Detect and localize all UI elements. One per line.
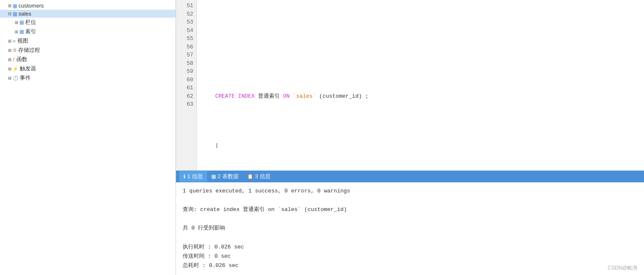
view-icon: ∞ [13, 38, 16, 43]
result-line-2 [183, 196, 637, 205]
expander-triggers[interactable]: ⊞ [7, 67, 13, 71]
line-num: 55 [179, 35, 193, 43]
result-line-5: 共 0 行受到影响 [183, 224, 637, 233]
sidebar-label-events: 事件 [20, 74, 31, 82]
sidebar-label-sales: sales [19, 11, 31, 17]
line-num: 60 [179, 76, 193, 84]
expander-functions[interactable]: ⊞ [7, 57, 13, 62]
expander-views[interactable]: ⊞ [7, 39, 13, 43]
line-num: 54 [179, 27, 193, 35]
line-num: 53 [179, 18, 193, 27]
expander-events[interactable]: ⊞ [7, 76, 13, 80]
table-icon-sales: ▦ [13, 11, 17, 17]
sidebar-item-sales-indexes[interactable]: ⊞ ▦ 索引 [0, 27, 176, 36]
line-num: 63 [179, 100, 193, 109]
code-line-54 [202, 59, 639, 68]
table-icon-indexes: ▦ [19, 29, 24, 35]
sidebar-item-functions[interactable]: ⊞ ƒ 函数 [0, 55, 176, 64]
tab-info2[interactable]: 📋 3 信息 [243, 171, 275, 182]
result-panel: 1 queries executed, 1 success, 0 errors,… [176, 182, 644, 275]
info-icon: ℹ [184, 174, 186, 179]
code-line-51 [202, 10, 639, 19]
result-tabs: ℹ 1 信息 ▦ 2 表数据 📋 3 信息 [176, 171, 644, 182]
code-line-60 [202, 158, 639, 166]
line-num: 52 [179, 10, 193, 19]
watermark: CSDN@帆渆 [608, 264, 637, 272]
code-line-56: CREATE INDEX 普通索引 ON `sales` (customer_i… [202, 92, 639, 101]
sidebar-label-fields: 栏位 [25, 19, 36, 26]
expander-indexes[interactable]: ⊞ [13, 29, 19, 34]
line-num: 62 [179, 92, 193, 101]
main-area: 51 52 53 54 55 56 57 58 59 60 61 62 63 C… [176, 0, 644, 275]
sidebar-item-sales[interactable]: ⊟ ▦ sales [0, 10, 176, 18]
line-num: 59 [179, 67, 193, 76]
expander-sales[interactable]: ⊟ [7, 11, 13, 16]
sidebar-item-triggers[interactable]: ⊞ ⚡ 触发器 [0, 64, 176, 73]
sidebar-label-indexes: 索引 [25, 28, 36, 35]
sidebar-item-events[interactable]: ⊞ 🕐 事件 [0, 73, 176, 83]
column-list: (customer_id) ; [319, 93, 368, 99]
code-line-53 [202, 43, 639, 51]
table-icon: ▦ [13, 3, 17, 9]
tab-info2-label: 3 信息 [255, 173, 271, 180]
expander-customers[interactable]: ⊞ [7, 3, 13, 8]
result-line-1: 1 queries executed, 1 success, 0 errors,… [183, 187, 637, 196]
result-line-6 [183, 233, 637, 242]
sidebar: ⊞ ▦ customers ⊟ ▦ sales ⊞ ▦ 栏位 ⊞ ▦ 索引 ⊞ … [0, 0, 176, 275]
func-icon: ƒ [13, 57, 15, 62]
sidebar-label-customers: customers [19, 3, 44, 9]
code-line-59: | [202, 142, 639, 150]
result-line-9: 总耗时 : 0.026 sec [183, 261, 637, 270]
result-line-4 [183, 214, 637, 224]
expander-fields[interactable]: ⊞ [13, 20, 19, 25]
line-num: 56 [179, 43, 193, 51]
cursor: | [215, 142, 218, 149]
result-line-3: 查询: create index 普通索引 on `sales` (custom… [183, 205, 637, 214]
trigger-icon: ⚡ [13, 66, 19, 72]
keyword-create: CREATE [215, 93, 235, 99]
code-line-55 [202, 76, 639, 84]
code-line-58 [202, 125, 639, 133]
sidebar-label-triggers: 触发器 [20, 65, 36, 72]
info2-icon: 📋 [247, 174, 253, 179]
code-line-57 [202, 109, 639, 117]
tab-info-label: 1 信息 [187, 173, 203, 180]
event-icon: 🕐 [13, 75, 19, 81]
sidebar-item-views[interactable]: ⊞ ∞ 视图 [0, 36, 176, 45]
gear-icon: ⚙ [13, 48, 17, 53]
tab-tabledata[interactable]: ▦ 2 表数据 [207, 171, 243, 182]
tab-info[interactable]: ℹ 1 信息 [179, 171, 207, 182]
code-editor[interactable]: 51 52 53 54 55 56 57 58 59 60 61 62 63 C… [176, 0, 644, 171]
line-num: 57 [179, 51, 193, 59]
keyword-on: ON [283, 93, 290, 99]
index-name: 普通索引 [258, 93, 280, 99]
tabledata-icon: ▦ [211, 174, 216, 179]
sidebar-label-views: 视图 [17, 37, 28, 45]
line-num: 51 [179, 2, 193, 10]
result-line-7: 执行耗时 : 0.026 sec [183, 243, 637, 252]
sidebar-item-customers[interactable]: ⊞ ▦ customers [0, 2, 176, 10]
table-icon-fields: ▦ [19, 19, 24, 25]
expander-procedures[interactable]: ⊞ [7, 48, 13, 53]
table-name: `sales` [293, 93, 316, 99]
code-line-52 [202, 27, 639, 35]
keyword-index: INDEX [238, 93, 255, 99]
tab-tabledata-label: 2 表数据 [218, 173, 239, 180]
sidebar-label-functions: 函数 [16, 56, 27, 63]
code-content[interactable]: CREATE INDEX 普通索引 ON `sales` (customer_i… [197, 0, 644, 171]
line-num: 58 [179, 59, 193, 68]
result-line-8: 传送时间 : 0 sec [183, 252, 637, 261]
sidebar-label-procedures: 存储过程 [18, 46, 40, 54]
sidebar-item-procedures[interactable]: ⊞ ⚙ 存储过程 [0, 45, 176, 55]
sidebar-item-sales-fields[interactable]: ⊞ ▦ 栏位 [0, 18, 176, 27]
line-num: 61 [179, 84, 193, 92]
line-numbers: 51 52 53 54 55 56 57 58 59 60 61 62 63 [176, 0, 197, 171]
